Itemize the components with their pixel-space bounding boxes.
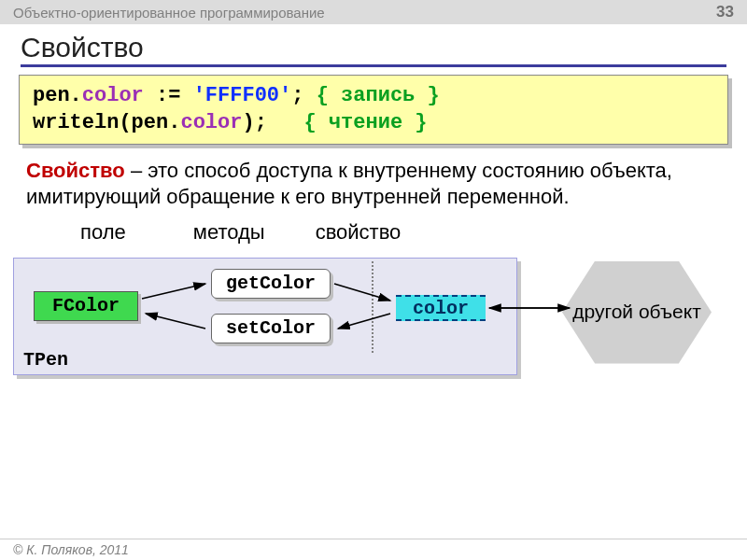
setter-box: setColor [211, 314, 331, 343]
class-name: TPen [23, 349, 68, 371]
getter-box: getColor [211, 269, 331, 299]
field-box: FColor [34, 291, 138, 321]
code-comment: { запись } [317, 84, 440, 107]
divider [372, 261, 374, 353]
page-number: 33 [716, 3, 734, 21]
code-comment: { чтение } [303, 111, 427, 134]
code-text: pen. [33, 84, 82, 107]
code-string: 'FFFF00' [193, 84, 292, 107]
code-block-wrap: pen.color := 'FFFF00'; { запись } writel… [0, 69, 747, 154]
label-property: свойство [316, 220, 402, 245]
slide-title: Свойство [21, 32, 726, 67]
property-box: color [396, 295, 486, 321]
code-property: color [82, 84, 144, 107]
code-text: writeln(pen. [33, 111, 180, 134]
code-text: ; [291, 84, 316, 107]
code-text: ); [242, 111, 303, 134]
code-text: := [144, 84, 193, 107]
copyright: © К. Поляков, 2011 [13, 542, 129, 557]
footer: © К. Поляков, 2011 [0, 539, 747, 560]
diagram-labels: поле методы свойство [0, 220, 747, 246]
diagram: TPen FColor getColor setColor color друг… [13, 246, 734, 396]
code-property: color [180, 111, 242, 134]
label-field: поле [80, 220, 126, 245]
label-methods: методы [193, 220, 265, 245]
other-object-hexagon: другой объект [562, 261, 712, 364]
title-row: Свойство [0, 24, 747, 69]
header-bar: Объектно-ориентированное программировани… [0, 0, 747, 24]
definition-paragraph: Свойство – это способ доступа к внутренн… [0, 154, 747, 219]
definition-term: Свойство [26, 159, 125, 182]
other-object-label: другой объект [572, 301, 701, 323]
code-block: pen.color := 'FFFF00'; { запись } writel… [19, 75, 728, 145]
header-topic: Объектно-ориентированное программировани… [13, 5, 325, 21]
